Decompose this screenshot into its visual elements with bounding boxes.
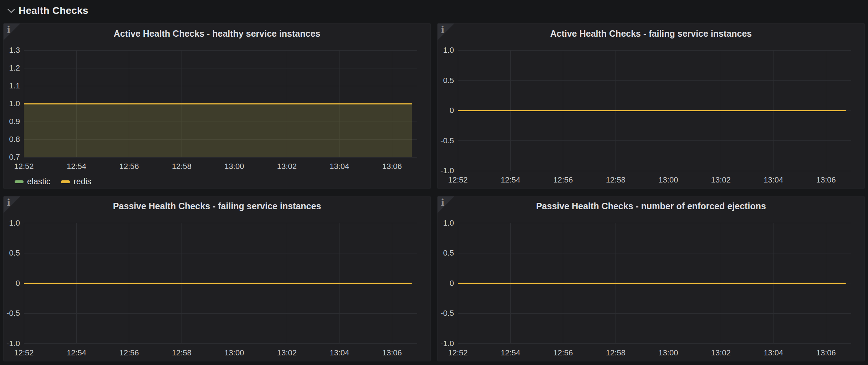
x-tick-label: 12:58 bbox=[157, 348, 206, 358]
panel-title[interactable]: Active Health Checks - failing service i… bbox=[438, 24, 864, 43]
y-tick-label: -1.0 bbox=[438, 166, 454, 175]
series-fill bbox=[24, 104, 412, 157]
y-tick-label: 0 bbox=[438, 279, 454, 288]
series-line bbox=[458, 283, 846, 284]
gridline-horizontal bbox=[458, 140, 851, 141]
y-tick-label: 0.5 bbox=[438, 76, 454, 85]
gridline-horizontal bbox=[458, 313, 851, 314]
x-tick-label: 12:56 bbox=[104, 162, 154, 171]
x-tick-label: 13:04 bbox=[749, 348, 798, 358]
panel-title[interactable]: Active Health Checks - healthy service i… bbox=[4, 24, 430, 43]
x-tick-label: 13:00 bbox=[643, 348, 693, 358]
x-tick-label: 13:04 bbox=[315, 162, 364, 171]
x-tick-label: 12:54 bbox=[51, 348, 101, 358]
x-tick-label: 12:52 bbox=[3, 348, 49, 358]
info-icon: i bbox=[441, 24, 444, 35]
row-title[interactable]: Health Checks bbox=[19, 5, 88, 16]
panel-title[interactable]: Passive Health Checks - failing service … bbox=[4, 196, 430, 216]
chart-canvas[interactable]: 1.00.50-0.5-1.012:5212:5412:5612:5813:00… bbox=[438, 216, 864, 361]
y-tick-label: 1.0 bbox=[438, 46, 454, 55]
x-tick-label: 13:04 bbox=[749, 175, 798, 185]
x-tick-label: 12:58 bbox=[157, 162, 206, 171]
series-line bbox=[24, 103, 412, 104]
panel-passive-failing: Passive Health Checks - failing service … bbox=[3, 196, 431, 362]
y-tick-label: 0.9 bbox=[4, 117, 20, 126]
gridline-horizontal bbox=[24, 343, 417, 344]
x-tick-label: 13:02 bbox=[262, 348, 312, 358]
x-tick-label: 13:02 bbox=[262, 162, 312, 171]
series-line bbox=[458, 110, 846, 111]
info-corner-icon[interactable]: i bbox=[4, 24, 20, 40]
x-tick-label: 13:00 bbox=[209, 162, 259, 171]
x-tick-label: 12:56 bbox=[538, 348, 588, 358]
legend-label: redis bbox=[73, 177, 91, 186]
y-tick-label: -1.0 bbox=[438, 339, 454, 348]
panel-active-failing: Active Health Checks - failing service i… bbox=[437, 23, 865, 189]
gridline-horizontal bbox=[458, 80, 851, 81]
x-tick-label: 12:54 bbox=[51, 162, 101, 171]
y-tick-label: 0.5 bbox=[438, 248, 454, 258]
y-tick-label: 0.7 bbox=[4, 153, 20, 162]
panel-passive-ejections: Passive Health Checks - number of enforc… bbox=[437, 196, 865, 362]
x-tick-label: 13:02 bbox=[696, 348, 746, 358]
dashboard-row-health-checks[interactable]: Health Checks bbox=[0, 0, 868, 21]
legend-item-elastic[interactable]: elastic bbox=[15, 177, 50, 186]
y-tick-label: 1.1 bbox=[4, 81, 20, 91]
x-tick-label: 13:02 bbox=[696, 175, 746, 185]
x-tick-label: 13:00 bbox=[209, 348, 259, 358]
y-tick-label: -0.5 bbox=[438, 309, 454, 318]
x-tick-label: 12:56 bbox=[538, 175, 588, 185]
y-tick-label: 1.3 bbox=[4, 46, 20, 55]
x-tick-label: 12:54 bbox=[485, 175, 535, 185]
gridline-horizontal bbox=[24, 313, 417, 314]
legend-label: elastic bbox=[27, 177, 50, 186]
y-tick-label: 0 bbox=[438, 106, 454, 115]
panel-header: Passive Health Checks - number of enforc… bbox=[438, 196, 864, 216]
gridline-horizontal bbox=[458, 50, 851, 51]
gridline-horizontal bbox=[24, 68, 417, 68]
gridline-horizontal bbox=[458, 171, 851, 171]
info-corner-icon[interactable]: i bbox=[438, 24, 454, 40]
y-tick-label: 0.5 bbox=[4, 248, 20, 258]
info-icon: i bbox=[7, 197, 10, 208]
x-tick-label: 12:58 bbox=[591, 175, 640, 185]
x-tick-label: 12:56 bbox=[104, 348, 154, 358]
gridline-horizontal bbox=[458, 343, 851, 344]
info-corner-icon[interactable]: i bbox=[438, 196, 454, 213]
x-tick-label: 12:52 bbox=[437, 175, 483, 185]
chart-canvas[interactable]: 1.00.50-0.5-1.012:5212:5412:5612:5813:00… bbox=[438, 43, 864, 189]
chart-canvas[interactable]: 1.00.50-0.5-1.012:5212:5412:5612:5813:00… bbox=[4, 216, 430, 361]
gridline-horizontal bbox=[24, 223, 417, 223]
x-tick-label: 12:52 bbox=[3, 162, 49, 171]
panel-header: Active Health Checks - healthy service i… bbox=[4, 24, 430, 43]
info-icon: i bbox=[441, 197, 444, 208]
y-tick-label: 1.0 bbox=[4, 99, 20, 108]
legend: elasticredis bbox=[15, 177, 91, 186]
gridline-horizontal bbox=[458, 253, 851, 253]
info-corner-icon[interactable]: i bbox=[4, 196, 20, 213]
panel-header: Active Health Checks - failing service i… bbox=[438, 24, 864, 43]
y-tick-label: 0.8 bbox=[4, 135, 20, 144]
x-tick-label: 13:06 bbox=[801, 175, 851, 185]
chart-canvas[interactable]: 1.31.21.11.00.90.80.712:5212:5412:5612:5… bbox=[4, 43, 430, 189]
legend-swatch bbox=[61, 180, 70, 183]
info-icon: i bbox=[7, 24, 10, 35]
y-tick-label: 1.2 bbox=[4, 63, 20, 73]
y-tick-label: 1.0 bbox=[4, 219, 20, 228]
x-tick-label: 12:52 bbox=[437, 348, 483, 358]
x-tick-label: 13:06 bbox=[801, 348, 851, 358]
chevron-down-icon[interactable] bbox=[7, 6, 15, 13]
panel-header: Passive Health Checks - failing service … bbox=[4, 196, 430, 216]
y-tick-label: 1.0 bbox=[438, 219, 454, 228]
panel-active-healthy: Active Health Checks - healthy service i… bbox=[3, 23, 431, 189]
legend-item-redis[interactable]: redis bbox=[61, 177, 91, 186]
x-tick-label: 13:00 bbox=[643, 175, 693, 185]
panel-title[interactable]: Passive Health Checks - number of enforc… bbox=[438, 196, 864, 216]
x-tick-label: 12:54 bbox=[485, 348, 535, 358]
gridline-horizontal bbox=[458, 223, 851, 223]
y-tick-label: 0 bbox=[4, 279, 20, 288]
y-tick-label: -0.5 bbox=[438, 136, 454, 145]
legend-swatch bbox=[15, 180, 24, 183]
x-tick-label: 13:04 bbox=[315, 348, 364, 358]
gridline-horizontal bbox=[24, 253, 417, 253]
